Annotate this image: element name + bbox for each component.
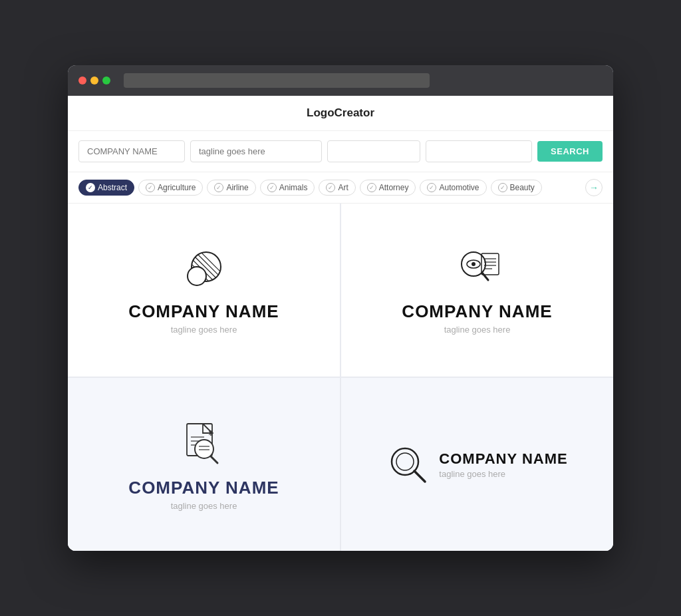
title-bar [68,65,613,96]
svg-line-17 [482,273,488,280]
logo3-company-name: COMPANY NAME [128,478,279,498]
svg-line-23 [211,456,217,463]
check-icon: ✓ [367,183,376,192]
logo-icon-1 [181,245,227,292]
filter-label: Animals [279,183,308,192]
svg-line-32 [414,471,425,482]
filter-beauty[interactable]: ✓ Beauty [491,180,542,196]
field4-input[interactable] [426,140,532,162]
check-icon: ✓ [146,183,155,192]
logo3-tagline: tagline goes here [171,501,237,511]
logo4-text: COMPANY NAME tagline goes here [439,450,567,479]
logo1-tagline: tagline goes here [171,325,237,335]
filter-agriculture[interactable]: ✓ Agriculture [138,180,203,196]
url-bar [124,73,430,88]
filter-next-button[interactable]: → [585,179,603,196]
logo-icon-2 [451,245,504,292]
minimize-button[interactable] [90,77,98,84]
svg-point-31 [396,453,414,470]
logo-card-2[interactable]: COMPANY NAME tagline goes here [341,204,613,377]
logo4-layout: COMPANY NAME tagline goes here [386,443,567,486]
maximize-button[interactable] [102,77,110,84]
svg-point-8 [188,267,206,285]
traffic-lights [78,77,110,84]
logo2-company-name: COMPANY NAME [402,301,552,322]
filter-label: Beauty [510,183,535,192]
filter-airline[interactable]: ✓ Airline [207,180,255,196]
filter-label: Abstract [98,183,127,192]
logo-card-4[interactable]: COMPANY NAME tagline goes here [341,378,613,551]
filter-animals[interactable]: ✓ Animals [260,180,315,196]
filter-art[interactable]: ✓ Art [319,180,355,196]
search-bar: SEARCH [68,131,613,172]
field3-input[interactable] [327,140,420,162]
logo1-company-name: COMPANY NAME [128,301,279,322]
check-icon: ✓ [498,183,507,192]
filter-bar: ✓ Abstract ✓ Agriculture ✓ Airline ✓ Ani… [68,172,613,204]
check-icon: ✓ [267,183,277,192]
logo-card-3[interactable]: COMPANY NAME tagline goes here [68,378,340,551]
filter-label: Attorney [379,183,409,192]
check-icon: ✓ [427,183,436,192]
logo4-company-name: COMPANY NAME [439,450,567,468]
logo-grid: COMPANY NAME tagline goes here [68,204,613,551]
company-name-input[interactable] [78,140,185,162]
filter-label: Airline [226,183,248,192]
app-window: LogoCreator SEARCH ✓ Abstract ✓ Agricult… [68,65,613,551]
logo-icon-4 [386,443,430,486]
logo2-tagline: tagline goes here [444,325,511,335]
filter-automotive[interactable]: ✓ Automotive [420,180,486,196]
app-content: LogoCreator SEARCH ✓ Abstract ✓ Agricult… [68,96,613,551]
logo4-tagline: tagline goes here [439,469,567,479]
check-icon: ✓ [214,183,223,192]
svg-rect-9 [481,253,499,275]
filter-label: Automotive [439,183,479,192]
filter-label: Agriculture [158,183,196,192]
logo-icon-3 [179,418,229,468]
tagline-input[interactable] [190,140,322,162]
close-button[interactable] [78,77,86,84]
search-button[interactable]: SEARCH [537,141,603,162]
filter-abstract[interactable]: ✓ Abstract [78,180,134,196]
logo-card-1[interactable]: COMPANY NAME tagline goes here [68,204,340,377]
filter-attorney[interactable]: ✓ Attorney [360,180,416,196]
check-icon: ✓ [86,183,95,192]
filter-label: Art [338,183,348,192]
svg-point-16 [472,262,476,266]
check-icon: ✓ [326,183,335,192]
app-title: LogoCreator [68,96,613,131]
